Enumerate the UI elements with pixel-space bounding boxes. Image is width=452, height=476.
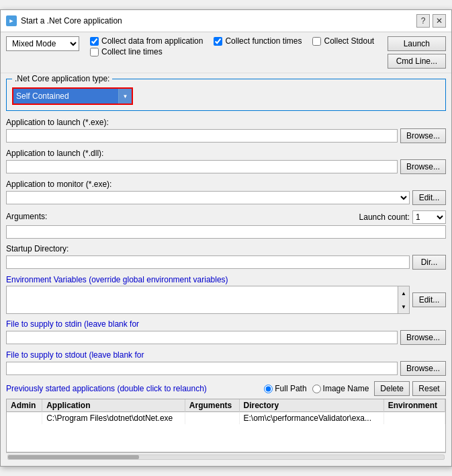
- help-button[interactable]: ?: [416, 14, 430, 28]
- browse-stdout-button[interactable]: Browse...: [400, 361, 446, 376]
- stdin-input[interactable]: [6, 331, 398, 344]
- net-core-select[interactable]: Self Contained Framework Dependent: [13, 89, 118, 104]
- arguments-row: [6, 225, 446, 239]
- stdin-section: File to supply to stdin (leave blank for…: [6, 319, 446, 345]
- line-times-checkbox[interactable]: Collect line times: [90, 47, 163, 56]
- table-row[interactable]: C:\Program Files\dotnet\dotNet.exeE:\om\…: [7, 412, 445, 425]
- browse-exe-button[interactable]: Browse...: [400, 128, 446, 143]
- stdout-row: Browse...: [6, 361, 446, 376]
- app-exe-label: Application to launch (*.exe):: [6, 118, 446, 127]
- net-core-group: .Net Core application type: Self Contain…: [6, 79, 446, 111]
- app-exe-input[interactable]: [6, 129, 398, 143]
- radio-imagename-item[interactable]: Image Name: [312, 384, 369, 393]
- arguments-section: Arguments: Launch count: 123: [6, 210, 446, 239]
- arguments-label: Arguments:: [6, 212, 47, 221]
- arguments-input[interactable]: [6, 225, 446, 239]
- app-dll-label: Application to launch (*.dll):: [6, 149, 446, 158]
- delete-button[interactable]: Delete: [374, 381, 410, 396]
- window-title: Start a .Net Core application: [21, 16, 412, 26]
- radio-fullpath-label: Full Path: [275, 384, 306, 393]
- function-times-input[interactable]: [214, 37, 222, 46]
- cell-arguments: [185, 412, 239, 425]
- ps-label: Previously started applications (double …: [6, 384, 207, 393]
- scrollbar-thumb: [8, 455, 139, 459]
- stdout-input[interactable]: [312, 37, 321, 46]
- radio-fullpath[interactable]: [264, 385, 273, 393]
- toolbar: Mixed Mode Managed Only Native Only Coll…: [1, 32, 451, 73]
- ps-header: Previously started applications (double …: [6, 381, 446, 396]
- app-dll-section: Application to launch (*.dll): Browse...: [6, 149, 446, 174]
- startup-dir-input[interactable]: [6, 255, 410, 269]
- launch-count-select[interactable]: 123: [412, 210, 446, 224]
- app-monitor-label: Application to monitor (*.exe):: [6, 180, 446, 189]
- env-vars-spin-up[interactable]: ▲: [398, 286, 409, 300]
- cell-environment: [383, 412, 445, 425]
- radio-fullpath-item[interactable]: Full Path: [264, 384, 306, 393]
- horizontal-scrollbar[interactable]: [6, 452, 446, 461]
- cmdline-button[interactable]: Cmd Line...: [388, 54, 446, 69]
- radio-group: Full Path Image Name: [264, 384, 369, 393]
- launch-button[interactable]: Launch: [388, 36, 446, 51]
- content-area: .Net Core application type: Self Contain…: [1, 73, 451, 466]
- app-monitor-section: Application to monitor (*.exe): Edit...: [6, 180, 446, 205]
- env-vars-spin-down[interactable]: ▼: [398, 300, 409, 313]
- col-directory: Directory: [239, 399, 383, 412]
- env-vars-section: Environment Variables (override global e…: [6, 275, 446, 314]
- close-button[interactable]: ✕: [433, 14, 446, 28]
- function-times-label: Collect function times: [225, 36, 302, 46]
- previously-started-table-container: Admin Application Arguments Directory En…: [6, 399, 446, 452]
- mode-select[interactable]: Mixed Mode Managed Only Native Only: [6, 36, 79, 51]
- app-monitor-select[interactable]: [6, 191, 410, 204]
- collect-data-input[interactable]: [90, 37, 99, 46]
- col-arguments: Arguments: [185, 399, 239, 412]
- reset-button[interactable]: Reset: [412, 381, 446, 396]
- ps-buttons: Delete Reset: [374, 381, 446, 396]
- radio-imagename-label: Image Name: [323, 384, 369, 393]
- net-core-select-wrapper: Self Contained Framework Dependent ▼: [12, 87, 133, 105]
- toolbar-row-2: Collect line times: [90, 47, 374, 56]
- collect-data-label: Collect data from application: [101, 36, 203, 46]
- function-times-checkbox[interactable]: Collect function times: [214, 36, 302, 46]
- previously-started-section: Previously started applications (double …: [6, 381, 446, 461]
- startup-dir-section: Startup Directory: Dir...: [6, 244, 446, 270]
- cell-admin: [7, 412, 42, 425]
- net-core-group-label: .Net Core application type:: [12, 74, 112, 83]
- collect-data-checkbox[interactable]: Collect data from application: [90, 36, 203, 46]
- startup-dir-label: Startup Directory:: [6, 244, 446, 253]
- env-vars-input[interactable]: [7, 286, 398, 313]
- browse-stdin-button[interactable]: Browse...: [400, 330, 446, 345]
- app-dll-input[interactable]: [6, 160, 398, 173]
- window-controls: ? ✕: [416, 14, 446, 28]
- previously-started-table: Admin Application Arguments Directory En…: [7, 399, 445, 424]
- startup-dir-row: Dir...: [6, 255, 446, 270]
- env-vars-spinbox-arrows: ▲ ▼: [398, 286, 409, 313]
- stdout-input[interactable]: [6, 362, 398, 375]
- cell-directory: E:\om\c\performanceValidator\exa...: [239, 412, 383, 425]
- table-header-row: Admin Application Arguments Directory En…: [7, 399, 445, 412]
- col-admin: Admin: [7, 399, 42, 412]
- net-core-group-content: Self Contained Framework Dependent ▼: [12, 87, 440, 105]
- line-times-label: Collect line times: [101, 47, 163, 56]
- app-monitor-row: Edit...: [6, 190, 446, 205]
- stdout-section: File to supply to stdout (leave blank fo…: [6, 350, 446, 376]
- stdout-checkbox[interactable]: Collect Stdout: [312, 36, 374, 46]
- title-bar: ► Start a .Net Core application ? ✕: [1, 10, 451, 32]
- app-dll-row: Browse...: [6, 159, 446, 174]
- dir-button[interactable]: Dir...: [412, 255, 446, 270]
- net-core-dropdown-arrow[interactable]: ▼: [118, 89, 132, 104]
- stdin-label: File to supply to stdin (leave blank for: [6, 319, 446, 329]
- radio-imagename[interactable]: [312, 385, 321, 393]
- main-window: ► Start a .Net Core application ? ✕ Mixe…: [0, 9, 452, 467]
- line-times-input[interactable]: [90, 48, 99, 56]
- stdin-row: Browse...: [6, 330, 446, 345]
- stdout-label: Collect Stdout: [324, 36, 374, 46]
- edit-monitor-button[interactable]: Edit...: [412, 190, 446, 205]
- col-environment: Environment: [383, 399, 445, 412]
- browse-dll-button[interactable]: Browse...: [400, 159, 446, 174]
- col-application: Application: [42, 399, 185, 412]
- env-vars-row: ▲ ▼ Edit...: [6, 286, 446, 314]
- toolbar-row-1: Collect data from application Collect fu…: [90, 36, 374, 46]
- toolbar-left: Mixed Mode Managed Only Native Only: [6, 36, 79, 51]
- toolbar-checkboxes: Collect data from application Collect fu…: [90, 36, 374, 56]
- edit-env-button[interactable]: Edit...: [412, 292, 446, 307]
